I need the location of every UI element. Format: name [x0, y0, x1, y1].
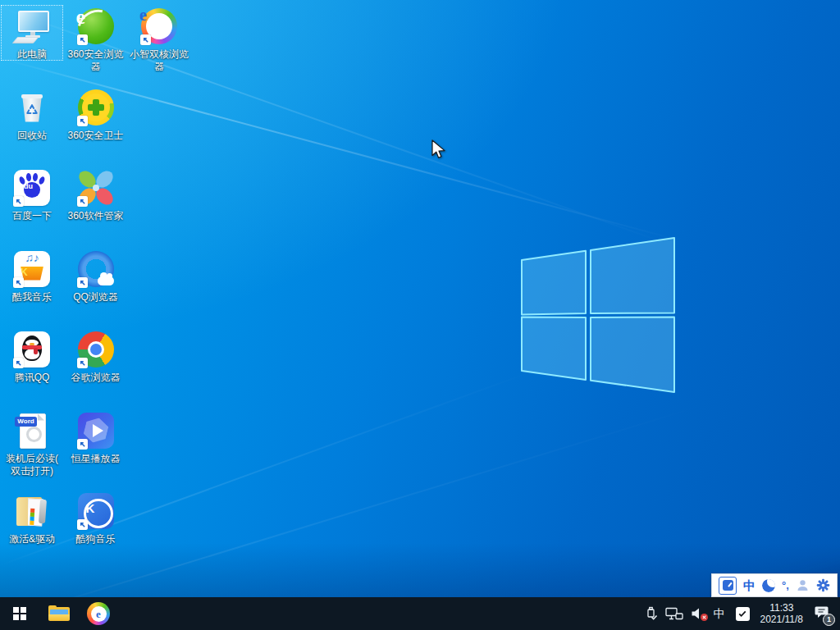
- tencent-qq-icon-part: [34, 348, 38, 354]
- shortcut-arrow-icon: [13, 196, 24, 207]
- desktop-icon-chrome[interactable]: 谷歌浏览器: [65, 328, 127, 384]
- qq-browser-icon: [76, 249, 116, 289]
- shortcut-arrow-icon: [77, 277, 88, 288]
- recycle-bin-icon-part: [21, 94, 43, 98]
- action-center-button[interactable]: 1: [815, 605, 830, 623]
- desktop-icon-label: 360软件管家: [67, 210, 123, 222]
- shortcut-arrow-icon: [77, 439, 88, 450]
- desktop-icon-label: 酷狗音乐: [76, 533, 116, 546]
- safe-360-icon: [76, 88, 116, 127]
- ime-speed-mode-button[interactable]: [719, 577, 737, 595]
- file-explorer-button[interactable]: [39, 597, 79, 630]
- usb-device-icon[interactable]: [644, 606, 658, 621]
- this-pc-icon-part: [12, 37, 39, 43]
- desktop-icon-recycle-bin[interactable]: 回收站: [1, 86, 63, 142]
- safe-360-icon-part: [93, 99, 99, 116]
- desktop-icon-label: 谷歌浏览器: [71, 372, 121, 384]
- kuwo-icon-part: K: [21, 267, 43, 281]
- desktop-icon-kugou[interactable]: K酷狗音乐: [65, 490, 127, 546]
- shortcut-arrow-glyph: [15, 359, 22, 367]
- browser-icon: e: [87, 602, 110, 625]
- this-pc-icon-part: [18, 11, 49, 32]
- readme-icon-part: [26, 427, 42, 442]
- folder-icon: [48, 605, 70, 622]
- desktop-icon-swmgr-360[interactable]: 360软件管家: [65, 167, 127, 222]
- gear-icon[interactable]: [816, 578, 830, 592]
- shortcut-arrow-glyph: [79, 117, 86, 125]
- shortcut-arrow-glyph: [79, 36, 86, 43]
- ime-status-bar: 中 °,: [711, 573, 838, 597]
- baidu-icon: du: [12, 168, 52, 208]
- desktop-icon-readme[interactable]: Word装机后必读( 双击打开): [1, 409, 63, 477]
- shortcut-arrow-icon: [13, 358, 24, 368]
- tencent-qq-icon-part: [30, 343, 34, 345]
- swmgr-360-icon-part: [93, 185, 99, 191]
- this-pc-icon: [12, 7, 52, 46]
- shortcut-arrow-icon: [77, 358, 88, 368]
- star-player-icon: [76, 411, 116, 450]
- drivers-icon-part: [30, 521, 34, 525]
- shortcut-arrow-glyph: [142, 36, 149, 43]
- drivers-icon-part: [16, 498, 28, 526]
- baidu-icon-part: du: [24, 182, 40, 198]
- desktop-icon-safe-360[interactable]: 360安全卫士: [65, 86, 127, 142]
- windows-desktop-screen: 此电脑e360安全浏览器e小智双核浏览器回收站360安全卫士du百度一下360软…: [0, 0, 840, 630]
- desktop-icon-label: 小智双核浏览器: [128, 48, 190, 73]
- browser-taskbar-button[interactable]: e: [79, 597, 118, 630]
- desktop-icon-kuwo[interactable]: ♫♪K酷我音乐: [1, 248, 63, 304]
- desktop-icon-baidu[interactable]: du百度一下: [1, 167, 63, 222]
- browser-xiaozhi-icon: e: [139, 7, 179, 46]
- shortcut-arrow-icon: [77, 519, 88, 530]
- notification-count-badge: 1: [823, 614, 835, 626]
- desktop-icon-label: 腾讯QQ: [15, 372, 50, 384]
- volume-muted-icon[interactable]: [691, 607, 705, 620]
- taskbar: e: [0, 597, 840, 630]
- mute-badge-icon: [701, 614, 708, 621]
- readme-icon-part: Word: [15, 417, 37, 427]
- shortcut-arrow-icon: [140, 34, 151, 45]
- desktop-icon-this-pc[interactable]: 此电脑: [1, 5, 63, 61]
- recycle-bin-icon-part: [24, 102, 40, 121]
- desktop-icon-browser-360[interactable]: e360安全浏览器: [65, 5, 127, 73]
- desktop-icon-label: 此电脑: [17, 48, 47, 61]
- clock-time: 11:33: [760, 602, 804, 614]
- recycle-bin-icon-part: [27, 105, 37, 113]
- chrome-icon: [76, 330, 116, 369]
- shortcut-arrow-glyph: [79, 198, 86, 205]
- desktop-icon-label: 回收站: [17, 130, 47, 142]
- network-icon[interactable]: [665, 607, 683, 620]
- qq-browser-icon-part: [98, 276, 114, 285]
- ime-punctuation-button[interactable]: °,: [782, 580, 789, 591]
- language-indicator[interactable]: 中: [714, 608, 725, 619]
- swmgr-360-icon: [76, 168, 116, 208]
- shortcut-arrow-icon: [77, 116, 88, 126]
- desktop-icon-qq-browser[interactable]: QQ浏览器: [65, 248, 127, 304]
- drivers-icon-part: [39, 500, 47, 523]
- kugou-icon: K: [76, 491, 116, 531]
- start-button[interactable]: [0, 597, 39, 630]
- shortcut-arrow-glyph: [79, 521, 86, 528]
- desktop-icon-browser-xiaozhi[interactable]: e小智双核浏览器: [128, 5, 190, 73]
- ime-check-tray-icon[interactable]: [736, 607, 750, 621]
- desktop-icon-label: 恒星播放器: [71, 453, 121, 465]
- shortcut-arrow-glyph: [79, 359, 86, 367]
- recycle-bin-icon: [12, 88, 52, 127]
- desktop-wallpaper[interactable]: 此电脑e360安全浏览器e小智双核浏览器回收站360安全卫士du百度一下360软…: [0, 0, 840, 630]
- desktop-icon-label: 激活&驱动: [9, 533, 55, 546]
- windows-logo-icon: [13, 607, 26, 620]
- readme-icon: Word: [12, 411, 52, 450]
- taskbar-clock[interactable]: 11:33 2021/11/8: [760, 602, 804, 625]
- person-icon[interactable]: [796, 578, 810, 592]
- moon-icon[interactable]: [762, 579, 775, 592]
- desktop-icon-tencent-qq[interactable]: 腾讯QQ: [1, 328, 63, 384]
- ime-chinese-mode-button[interactable]: 中: [743, 579, 756, 591]
- shortcut-arrow-glyph: [79, 279, 86, 286]
- shortcut-arrow-icon: [13, 277, 24, 288]
- desktop-icon-label: QQ浏览器: [73, 291, 118, 304]
- desktop-icon-drivers[interactable]: 激活&驱动: [1, 490, 63, 546]
- desktop-icon-label: 360安全浏览器: [65, 48, 127, 73]
- shortcut-arrow-glyph: [79, 441, 86, 448]
- desktop-icon-star-player[interactable]: 恒星播放器: [65, 409, 127, 465]
- kuwo-icon: ♫♪K: [12, 249, 52, 289]
- system-tray: 中 11:33 2021/11/8 1: [637, 597, 840, 630]
